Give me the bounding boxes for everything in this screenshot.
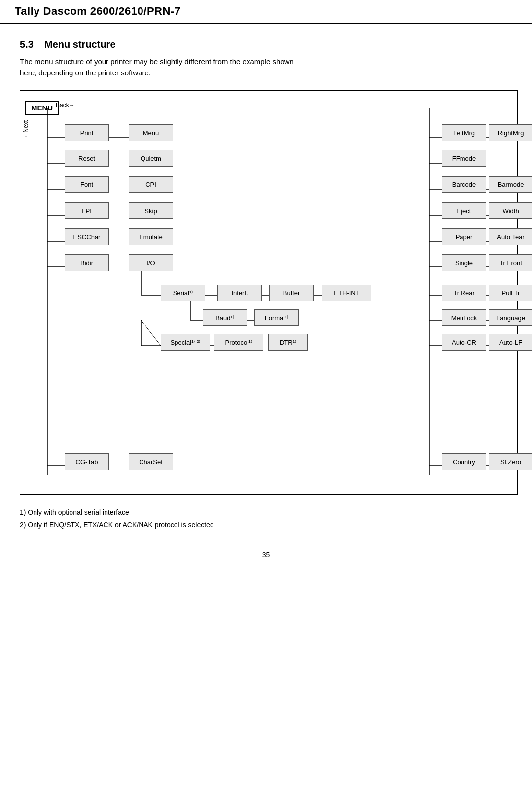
node-baud: Baud¹⁾ [203,309,247,326]
page-header: Tally Dascom 2600/2610/PRN-7 [0,0,532,24]
node-barmode: Barmode [489,176,532,193]
node-interf: Interf. [217,285,262,301]
node-width: Width [489,202,532,219]
node-single: Single [442,254,486,271]
next-label: ←Next [22,120,29,139]
node-skip: Skip [129,202,173,219]
page-number: 35 [20,551,512,559]
node-print: Print [65,124,109,141]
section-title: 5.3 Menu structure [20,39,512,50]
node-dtr: DTR¹⁾ [268,334,308,351]
section-desc: The menu structure of your printer may b… [20,56,512,78]
node-pull-tr: Pull Tr [489,285,532,301]
node-format: Format¹⁾ [254,309,299,326]
node-buffer: Buffer [269,285,314,301]
menu-diagram: MENU Back→ ←Next Print Menu Reset Quietm… [20,90,518,495]
node-escchar: ESCChar [65,228,109,245]
node-eth-int: ETH-INT [322,285,371,301]
header-title: Tally Dascom 2600/2610/PRN-7 [15,5,180,17]
node-serial: Serial¹⁾ [161,285,205,301]
node-cpi: CPI [129,176,173,193]
node-emulate: Emulate [129,228,173,245]
node-io: I/O [129,254,173,271]
node-auto-cr: Auto-CR [442,334,486,351]
node-auto-lf: Auto-LF [489,334,532,351]
node-paper: Paper [442,228,486,245]
node-lpi: LPI [65,202,109,219]
node-bidir: Bidir [65,254,109,271]
node-leftmrg: LeftMrg [442,124,486,141]
node-cg-tab: CG-Tab [65,453,109,470]
node-auto-tear: Auto Tear [489,228,532,245]
menu-label: MENU [25,101,59,115]
node-eject: Eject [442,202,486,219]
node-barcode: Barcode [442,176,486,193]
node-country: Country [442,453,486,470]
node-special: Special¹⁾ ²⁾ [161,334,210,351]
footnotes: 1) Only with optional serial interface 2… [20,506,512,531]
node-menlock: MenLock [442,309,486,326]
node-tr-front: Tr Front [489,254,532,271]
node-reset: Reset [65,150,109,167]
node-charset: CharSet [129,453,173,470]
svg-line-18 [141,320,161,346]
node-language: Language [489,309,532,326]
node-font: Font [65,176,109,193]
node-tr-rear: Tr Rear [442,285,486,301]
node-ffmode: FFmode [442,150,486,167]
node-quietm: Quietm [129,150,173,167]
node-protocol: Protocol¹⁾ [214,334,263,351]
node-menu: Menu [129,124,173,141]
back-label: Back→ [56,102,75,108]
node-rightmrg: RightMrg [489,124,532,141]
node-sl-zero: Sl.Zero [489,453,532,470]
